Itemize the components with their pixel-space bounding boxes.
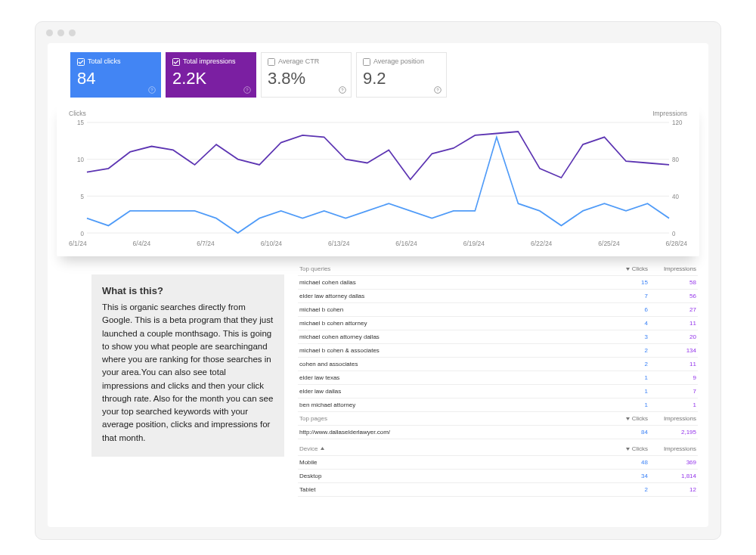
x-tick-label: 6/13/24 — [328, 240, 349, 247]
table-row[interactable]: http://www.dallaselderlawyer.com/842,195 — [298, 426, 698, 439]
col-impressions[interactable]: Impressions — [648, 445, 696, 452]
row-clicks: 15 — [606, 279, 648, 286]
col-clicks[interactable]: Clicks — [606, 415, 648, 422]
table-header: Top pagesClicksImpressions — [298, 412, 698, 426]
table-row[interactable]: michael cohen dallas1558 — [298, 276, 698, 290]
table-row[interactable]: elder law texas19 — [298, 371, 698, 385]
col-clicks[interactable]: Clicks — [606, 445, 648, 452]
svg-text:0: 0 — [81, 229, 85, 237]
metric-label: Average position — [373, 57, 424, 66]
x-tick-label: 6/19/24 — [463, 240, 485, 247]
svg-rect-9 — [364, 58, 370, 65]
row-clicks: 1 — [606, 388, 648, 395]
help-icon[interactable]: ? — [339, 86, 346, 94]
row-clicks: 84 — [606, 429, 648, 436]
browser-frame: Total clicks84?Total impressions2.2K?Ave… — [35, 21, 721, 540]
x-tick-label: 6/25/24 — [598, 240, 619, 247]
row-label: michael cohen attorney dallas — [299, 333, 606, 340]
table-row[interactable]: michael b cohen627 — [298, 303, 698, 317]
viewport: Total clicks84?Total impressions2.2K?Ave… — [48, 43, 708, 527]
table-row[interactable]: Desktop341,814 — [298, 470, 698, 483]
row-impressions: 20 — [648, 333, 696, 340]
metric-card[interactable]: Average position9.2? — [356, 52, 447, 98]
explainer-card: What is this? This is organic searches d… — [91, 274, 284, 457]
table-title: Top pages — [299, 415, 606, 422]
row-clicks: 6 — [606, 306, 648, 313]
row-clicks: 3 — [606, 333, 648, 340]
table-row[interactable]: michael cohen attorney dallas320 — [298, 330, 698, 344]
titlebar — [36, 22, 720, 43]
window-zoom-icon[interactable] — [69, 29, 76, 36]
row-label: michael b cohen — [299, 306, 606, 313]
table-row[interactable]: ben michael attorney11 — [298, 398, 698, 412]
svg-text:?: ? — [341, 88, 344, 92]
row-label: elder law dallas — [299, 388, 606, 395]
table-row[interactable]: elder law attorney dallas756 — [298, 290, 698, 303]
x-tick-label: 6/16/24 — [395, 240, 417, 247]
row-impressions: 7 — [648, 388, 696, 395]
svg-text:15: 15 — [77, 119, 84, 127]
y-axis-right-label: Impressions — [652, 110, 687, 117]
x-tick-label: 6/28/24 — [666, 240, 687, 247]
row-impressions: 58 — [648, 279, 696, 286]
row-clicks: 1 — [606, 374, 648, 381]
lower-section: What is this? This is organic searches d… — [54, 274, 702, 497]
table-row[interactable]: cohen and associates211 — [298, 358, 698, 371]
row-clicks: 2 — [606, 486, 648, 493]
x-axis-labels: 6/1/246/4/246/7/246/10/246/13/246/16/246… — [69, 238, 687, 247]
row-label: Mobile — [299, 459, 606, 466]
svg-text:?: ? — [436, 88, 439, 92]
svg-text:0: 0 — [672, 229, 676, 237]
sort-desc-icon — [625, 416, 631, 421]
col-impressions[interactable]: Impressions — [648, 415, 696, 422]
performance-chart: Clicks Impressions 05101504080120 6/1/24… — [57, 102, 699, 256]
metric-label: Total impressions — [183, 57, 236, 66]
row-impressions: 27 — [648, 306, 696, 313]
metric-card[interactable]: Average CTR3.8%? — [261, 52, 352, 98]
window-close-icon[interactable] — [46, 29, 53, 36]
row-label: ben michael attorney — [299, 402, 606, 408]
sort-desc-icon — [625, 266, 631, 271]
row-impressions: 369 — [648, 459, 696, 466]
explainer-heading: What is this? — [102, 285, 274, 296]
table-row[interactable]: Tablet212 — [298, 483, 698, 497]
row-clicks: 2 — [606, 347, 648, 354]
help-icon[interactable]: ? — [434, 86, 442, 94]
help-icon[interactable]: ? — [243, 86, 251, 94]
row-impressions: 1,814 — [648, 473, 696, 479]
line-chart-svg: 05101504080120 — [69, 117, 687, 238]
row-impressions: 134 — [648, 347, 696, 354]
data-tables: Top queriesClicksImpressionsmichael cohe… — [298, 262, 702, 497]
table-row[interactable]: michael b cohen attorney411 — [298, 317, 698, 330]
help-icon[interactable]: ? — [148, 86, 156, 94]
table-header: Top queriesClicksImpressions — [298, 262, 698, 276]
checkbox-icon — [172, 58, 180, 66]
table-row[interactable]: michael b cohen & associates2134 — [298, 344, 698, 358]
row-clicks: 2 — [606, 361, 648, 367]
metric-card[interactable]: Total impressions2.2K? — [166, 52, 256, 98]
row-label: elder law texas — [299, 374, 606, 381]
svg-text:120: 120 — [672, 119, 683, 127]
row-label: Tablet — [299, 486, 606, 493]
svg-text:10: 10 — [77, 156, 84, 164]
row-impressions: 2,195 — [648, 429, 696, 436]
x-tick-label: 6/22/24 — [531, 240, 552, 247]
metric-card-row: Total clicks84?Total impressions2.2K?Ave… — [54, 49, 702, 98]
row-clicks: 7 — [606, 293, 648, 299]
row-impressions: 11 — [648, 320, 696, 327]
svg-rect-6 — [268, 58, 275, 65]
sort-asc-icon[interactable] — [320, 446, 325, 451]
x-tick-label: 6/1/24 — [69, 240, 87, 247]
checkbox-icon — [363, 58, 370, 66]
row-label: http://www.dallaselderlawyer.com/ — [299, 429, 606, 436]
table-row[interactable]: Mobile48369 — [298, 456, 698, 470]
table-row[interactable]: elder law dallas17 — [298, 385, 698, 398]
window-minimize-icon[interactable] — [57, 29, 64, 36]
col-impressions[interactable]: Impressions — [648, 265, 696, 272]
row-label: michael b cohen & associates — [299, 347, 606, 354]
metric-card[interactable]: Total clicks84? — [70, 52, 161, 98]
metric-value: 3.8% — [268, 69, 345, 88]
svg-text:?: ? — [246, 88, 249, 92]
row-impressions: 11 — [648, 361, 696, 367]
col-clicks[interactable]: Clicks — [606, 265, 648, 272]
